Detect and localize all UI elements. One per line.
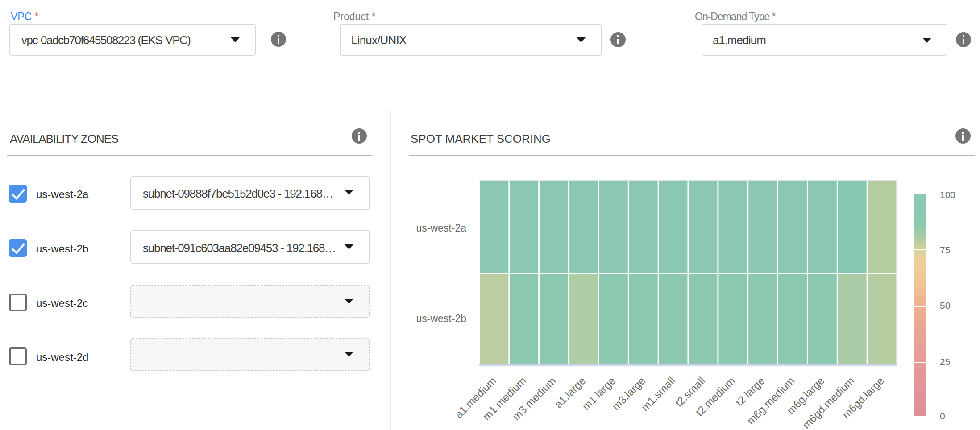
svg-text:0: 0 (940, 411, 945, 421)
svg-text:50: 50 (940, 300, 950, 310)
svg-text:us-west-2a: us-west-2a (416, 222, 467, 234)
svg-text:75: 75 (940, 245, 950, 255)
svg-text:25: 25 (940, 356, 950, 367)
svg-text:us-west-2b: us-west-2b (416, 313, 466, 324)
svg-text:m6gd.medium: m6gd.medium (800, 374, 857, 430)
svg-text:100: 100 (940, 190, 955, 200)
